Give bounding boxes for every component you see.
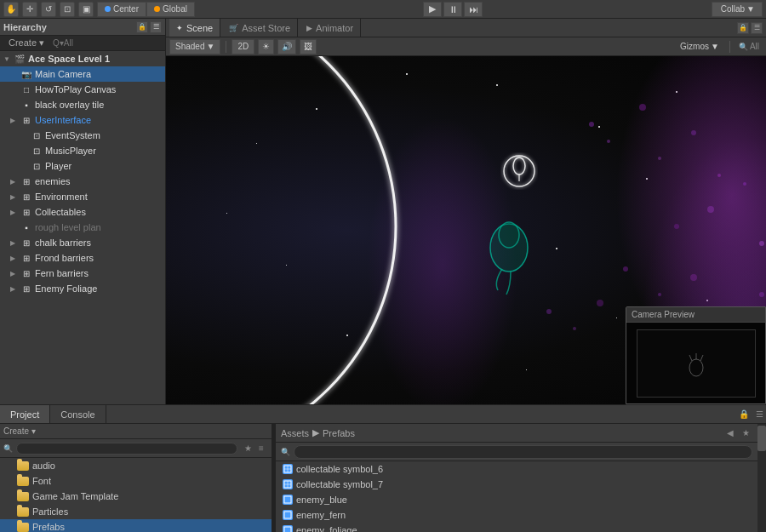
file-tree-sort-button[interactable]: ≡: [254, 442, 268, 455]
asset-store-tab[interactable]: 🛒 Asset Store: [222, 19, 298, 37]
center-label: Center: [113, 4, 139, 14]
bottom-lock-button[interactable]: 🔒: [737, 408, 751, 421]
hierarchy-search-input[interactable]: [53, 38, 162, 48]
file-tree-create-button[interactable]: Create ▾: [3, 426, 36, 436]
hierarchy-item-collectables[interactable]: ▶ ⊞ Collectables: [0, 204, 165, 220]
hierarchy-lock-button[interactable]: 🔒: [136, 21, 148, 33]
scene-view[interactable]: Camera Preview: [166, 56, 766, 404]
bottom-panel: Project Console 🔒 ☰ Create ▾ 🔍 ★: [0, 404, 766, 532]
fernbarriers-icon: ⊞: [20, 267, 32, 279]
hierarchy-item-musicplayer[interactable]: ⊡ MusicPlayer: [0, 143, 165, 158]
roughplan-label: rough level plan: [35, 222, 101, 232]
file-item-font[interactable]: Font: [0, 473, 272, 489]
assets-back-button[interactable]: ◀: [723, 426, 737, 440]
environment-label: Environment: [35, 192, 88, 202]
file-item-prefabs[interactable]: Prefabs: [0, 519, 272, 532]
rotate-tool-button[interactable]: ↺: [41, 2, 56, 17]
asset-item-collectable-7[interactable]: collectable symbol_7: [276, 477, 757, 492]
file-tree: Create ▾ 🔍 ★ ≡ audio Font: [0, 424, 272, 532]
hierarchy-item-main-camera[interactable]: 📷 Main Camera: [0, 66, 165, 82]
gamejam-folder-label: Game Jam Template: [32, 491, 118, 501]
prefab-icon-enemy-foliage: [283, 525, 293, 532]
pause-button[interactable]: ⏸: [443, 2, 462, 17]
play-button[interactable]: ▶: [423, 2, 442, 17]
move-tool-button[interactable]: ✛: [22, 2, 37, 17]
hierarchy-item-player[interactable]: ⊡ Player: [0, 158, 165, 174]
gizmos-button[interactable]: Gizmos ▼: [675, 39, 724, 54]
hierarchy-header: Hierarchy 🔒 ☰: [0, 19, 165, 36]
scale-tool-button[interactable]: ⊡: [60, 2, 75, 17]
file-item-particles[interactable]: Particles: [0, 504, 272, 519]
hierarchy-item-chalkbarriers[interactable]: ▶ ⊞ chalk barriers: [0, 235, 165, 250]
asset-label-enemy-blue: enemy_blue: [296, 495, 347, 505]
console-tab[interactable]: Console: [50, 405, 106, 423]
hierarchy-scene-root[interactable]: ▼ 🎬 Ace Space Level 1: [0, 51, 165, 66]
scene-panel-lock[interactable]: 🔒: [737, 22, 749, 34]
center-indicator: [105, 6, 111, 12]
file-tree-search-input[interactable]: [16, 443, 237, 455]
hierarchy-item-enemyfoliage[interactable]: ▶ ⊞ Enemy Foliage: [0, 281, 165, 296]
global-button[interactable]: Global: [146, 2, 195, 17]
file-item-gamejam[interactable]: Game Jam Template: [0, 489, 272, 504]
folder-icon-particles: [17, 507, 29, 517]
hierarchy-item-userinterface[interactable]: ▶ ⊞ UserInterface: [0, 112, 165, 128]
hierarchy-item-environment[interactable]: ▶ ⊞ Environment: [0, 189, 165, 204]
rect-tool-button[interactable]: ▣: [78, 2, 94, 17]
animator-tab[interactable]: ▶ Animator: [300, 19, 361, 37]
hierarchy-item-enemies[interactable]: ▶ ⊞ enemies: [0, 174, 165, 189]
effects-button[interactable]: 🖼: [300, 39, 317, 54]
frondbarriers-icon: ⊞: [20, 252, 32, 264]
asset-item-collectable-6[interactable]: collectable symbol_6: [276, 461, 757, 477]
audio-button[interactable]: 🔊: [277, 39, 296, 54]
hierarchy-item-howtoplay[interactable]: □ HowToPlay Canvas: [0, 82, 165, 97]
2d-mode-button[interactable]: 2D: [232, 39, 254, 54]
hierarchy-item-fernbarriers[interactable]: ▶ ⊞ Fern barriers: [0, 266, 165, 281]
asset-label-collectable-6: collectable symbol_6: [296, 464, 383, 474]
scene-tab-label: Scene: [186, 23, 213, 33]
file-tree-fav-button[interactable]: ★: [241, 442, 254, 455]
file-tree-actions: 🔍 ★ ≡: [0, 439, 272, 458]
assets-fav-button[interactable]: ★: [739, 426, 752, 440]
hierarchy-item-blackoverlay[interactable]: ▪ black overlay tile: [0, 97, 165, 112]
scene-tab[interactable]: ✦ Scene: [169, 19, 220, 37]
bottom-content: Create ▾ 🔍 ★ ≡ audio Font: [0, 424, 766, 532]
assets-breadcrumb: Assets ▶ Prefabs ◀ ★: [276, 424, 757, 443]
userinterface-icon: ⊞: [20, 114, 32, 126]
asset-label-enemy-foliage: enemy_foliage: [296, 525, 357, 532]
bottom-tabs: Project Console 🔒 ☰: [0, 405, 766, 424]
file-item-audio[interactable]: audio: [0, 458, 272, 473]
assets-scrollbar-thumb[interactable]: [757, 426, 766, 451]
global-indicator: [154, 6, 160, 12]
assets-scrollbar[interactable]: [757, 424, 766, 532]
prefab-icon-collectable-7: [283, 479, 293, 489]
step-button[interactable]: ⏭: [464, 2, 483, 17]
gizmos-label: Gizmos: [680, 42, 709, 51]
bottom-menu-button[interactable]: ☰: [752, 408, 766, 421]
center-button[interactable]: Center: [97, 2, 146, 17]
camera-icon: 📷: [20, 68, 32, 80]
hierarchy-item-roughplan[interactable]: ▪ rough level plan: [0, 220, 165, 235]
hand-tool-button[interactable]: ✋: [3, 2, 19, 17]
roughplan-icon: ▪: [20, 221, 32, 233]
asset-item-enemy-blue[interactable]: enemy_blue: [276, 492, 757, 507]
tile-icon: ▪: [20, 99, 32, 111]
collab-button[interactable]: Collab ▼: [712, 2, 763, 17]
scene-panel-menu[interactable]: ☰: [751, 22, 763, 34]
camera-inner-view: [637, 329, 756, 398]
folder-icon-audio: [17, 461, 29, 471]
assets-search-input[interactable]: [294, 445, 752, 459]
blackoverlay-label: black overlay tile: [35, 100, 104, 110]
hierarchy-item-frondbarriers[interactable]: ▶ ⊞ Frond barriers: [0, 250, 165, 266]
asset-item-enemy-fern[interactable]: enemy_fern: [276, 507, 757, 523]
project-tab[interactable]: Project: [0, 405, 50, 423]
svg-rect-42: [284, 512, 291, 518]
scene-search-all: All: [750, 42, 759, 51]
hierarchy-create-button[interactable]: Create ▾: [3, 36, 49, 51]
shading-mode-button[interactable]: Shaded ▼: [169, 39, 220, 54]
hierarchy-menu-button[interactable]: ☰: [150, 21, 162, 33]
enemyfoliage-icon: ⊞: [20, 283, 32, 295]
asset-item-enemy-foliage[interactable]: enemy_foliage: [276, 523, 757, 532]
toolbar-separator-2: [729, 41, 730, 53]
lighting-button[interactable]: ☀: [258, 39, 274, 54]
hierarchy-item-eventsystem[interactable]: ⊡ EventSystem: [0, 128, 165, 143]
